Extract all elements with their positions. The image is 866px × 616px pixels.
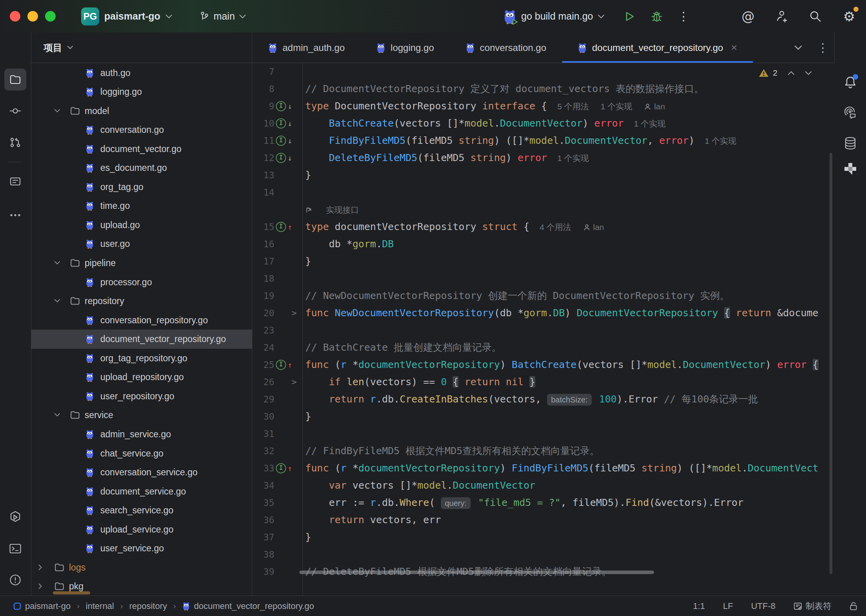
breadcrumb-item-repository[interactable]: repository [129,601,167,611]
tree-folder-repository[interactable]: repository [31,292,252,311]
fold-marker-icon[interactable]: > [292,304,297,322]
tree-file-search_service-go[interactable]: search_service.go [31,501,252,520]
next-warning-icon[interactable] [805,71,812,75]
tree-folder-logs[interactable]: logs [31,558,252,577]
tree-file-conversation-go[interactable]: conversation.go [31,120,252,140]
tree-file-auth-go[interactable]: auth.go [31,63,252,82]
code-vision-hint[interactable]: 1 个实现 [705,136,736,145]
editor-tab-logging-go[interactable]: logging.go [361,33,450,63]
interface-implemented-gutter-icon[interactable]: I [276,153,286,163]
tree-file-user_repository-go[interactable]: user_repository.go [31,386,252,406]
tree-file-processor-go[interactable]: processor.go [31,272,252,292]
add-user-button[interactable] [774,8,790,25]
tree-file-document_vector-go[interactable]: document_vector.go [31,139,252,158]
zoom-window-button[interactable] [45,11,56,22]
editor-tab-admin_auth-go[interactable]: admin_auth.go [252,33,361,63]
code-editor[interactable]: 78// DocumentVectorRepository 定义了对 docum… [252,63,835,596]
ai-assistant-button[interactable]: @ [740,8,756,25]
editor-tab-conversation-go[interactable]: conversation.go [450,33,562,63]
close-tab-icon[interactable]: ✕ [730,43,737,53]
tree-file-conversation_repository-go[interactable]: conversation_repository.go [31,310,252,330]
chevron-down-icon[interactable] [54,109,60,113]
file-encoding[interactable]: UTF-8 [751,601,775,611]
breadcrumb-item-paismart-go[interactable]: paismart-go [13,601,71,611]
code-vision-hint[interactable]: 1 个实现 [601,102,632,111]
implements-interface-gutter-icon[interactable]: I [276,463,286,473]
more-actions-button[interactable]: ⋮ [675,8,692,25]
tree-file-upload-go[interactable]: upload.go [31,215,252,234]
plugin-button[interactable] [839,157,861,179]
fold-marker-icon[interactable]: > [292,373,297,391]
author-hint[interactable]: lan [644,98,665,115]
structure-tool-button[interactable] [4,170,26,192]
tree-file-org_tag-go[interactable]: org_tag.go [31,177,252,196]
vcs-branch-widget[interactable]: main [199,11,246,22]
chevron-down-icon[interactable] [54,299,60,303]
commit-tool-button[interactable] [4,100,26,122]
line-separator[interactable]: LF [723,601,733,611]
minimize-window-button[interactable] [27,11,38,22]
tree-file-es_document-go[interactable]: es_document.go [31,158,252,178]
run-configuration[interactable]: go build main.go [521,11,593,22]
notifications-button[interactable] [839,72,861,94]
vertical-scrollbar[interactable] [830,153,832,574]
code-vision-hint[interactable]: 实现接口 [326,205,359,214]
ai-chat-button[interactable] [839,102,861,124]
interface-implemented-gutter-icon[interactable]: I [276,101,286,111]
tree-folder-model[interactable]: model [31,101,252,120]
chevron-down-icon[interactable] [54,261,60,265]
implements-interface-gutter-icon[interactable]: I [276,360,286,370]
caret-position[interactable]: 1:1 [693,601,705,611]
tree-file-user-go[interactable]: user.go [31,234,252,254]
tree-file-admin_service-go[interactable]: admin_service.go [31,424,252,444]
interface-implemented-gutter-icon[interactable]: I [276,118,286,129]
tree-file-document_service-go[interactable]: document_service.go [31,482,252,501]
chevron-right-icon[interactable] [38,583,42,589]
tree-folder-service[interactable]: service [31,406,252,425]
tree-folder-pipeline[interactable]: pipeline [31,254,252,273]
breadcrumb-item-internal[interactable]: internal [86,601,114,611]
tree-file-user_service-go[interactable]: user_service.go [31,539,252,558]
indent-style[interactable]: 制表符 [794,600,832,612]
code-vision-hint[interactable]: 1 个实现 [557,154,589,163]
close-window-button[interactable] [10,11,20,22]
readonly-toggle[interactable] [850,602,857,611]
editor-options-icon[interactable]: ⋮ [817,41,829,54]
code-vision-hint[interactable]: 5 个用法 [557,102,589,111]
prev-warning-icon[interactable] [788,71,795,75]
services-tool-button[interactable] [4,506,26,528]
interface-implemented-gutter-icon[interactable]: I [276,136,286,146]
code-vision-hint[interactable]: 4 个用法 [540,223,571,232]
breadcrumb-item-document_vector_repository-go[interactable]: document_vector_repository.go [182,601,314,611]
terminal-tool-button[interactable] [4,538,26,560]
project-tree-title[interactable]: 项目 [43,42,73,54]
project-widget[interactable]: PG paismart-go [81,7,172,25]
problems-tool-button[interactable] [4,569,26,591]
author-hint[interactable]: lan [583,219,604,236]
tree-file-time-go[interactable]: time.go [31,196,252,216]
chevron-down-icon[interactable] [54,413,60,417]
chevron-right-icon[interactable] [38,564,42,571]
inspections-widget[interactable]: 2 [759,68,812,78]
database-button[interactable] [839,132,861,154]
tree-file-logging-go[interactable]: logging.go [31,82,252,101]
debug-button[interactable] [649,8,665,25]
tree-file-upload_service-go[interactable]: upload_service.go [31,520,252,539]
run-button[interactable] [621,8,638,25]
project-tool-button[interactable] [4,69,26,91]
pull-requests-tool-button[interactable] [4,131,26,153]
more-tool-windows-button[interactable] [4,204,26,226]
code-vision-hint[interactable]: 1 个实现 [634,119,666,128]
chevron-down-icon[interactable] [598,14,605,19]
tree-file-conversation_service-go[interactable]: conversation_service.go [31,463,252,482]
tab-list-chevron-icon[interactable] [794,45,802,50]
horizontal-scrollbar[interactable] [299,571,654,574]
settings-button[interactable]: ⚙ [841,8,857,25]
search-everywhere-button[interactable] [807,8,824,25]
tree-file-org_tag_repository-go[interactable]: org_tag_repository.go [31,348,252,368]
tree-file-chat_service-go[interactable]: chat_service.go [31,444,252,463]
tree-file-upload_repository-go[interactable]: upload_repository.go [31,368,252,387]
tree-file-document_vector_repository-go[interactable]: document_vector_repository.go [31,330,252,349]
editor-tab-document_vector_repository-go[interactable]: document_vector_repository.go✕ [562,33,753,63]
implements-interface-gutter-icon[interactable]: I [276,222,286,232]
